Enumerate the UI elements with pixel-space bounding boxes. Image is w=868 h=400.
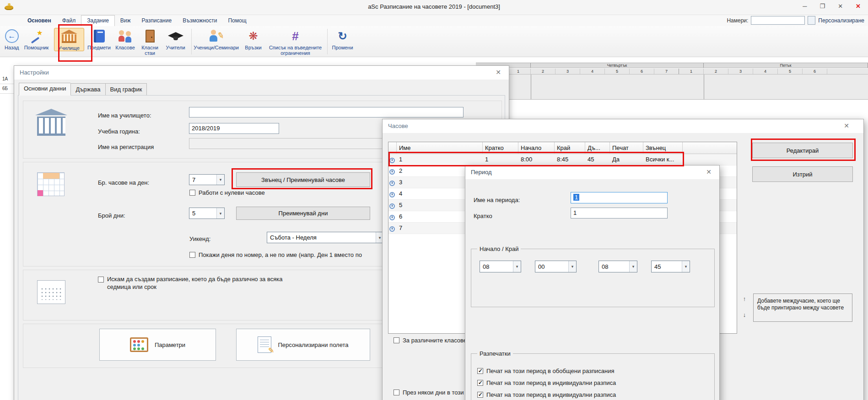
parameters-button[interactable]: Параметри: [99, 329, 216, 361]
toolbar-label: Назад: [5, 45, 19, 50]
hours-per-day-select[interactable]: 7: [189, 174, 225, 185]
find-dropdown-icon[interactable]: [808, 16, 815, 25]
period-close-icon[interactable]: ✕: [704, 168, 714, 176]
settings-close-icon[interactable]: ✕: [493, 69, 503, 76]
hours-per-day-label: Бр. часове на ден:: [98, 179, 149, 186]
start-end-group: [471, 249, 715, 307]
tab-country[interactable]: Държава: [70, 83, 105, 96]
some-days-checkbox[interactable]: [394, 389, 399, 395]
menu-tab-fail[interactable]: Файл: [57, 16, 81, 26]
toolbar-students-seminars-button[interactable]: ✎ Ученици/Семинари: [194, 28, 239, 50]
period-cell: 2: [704, 69, 728, 74]
menu-tab-vazmozhnosti[interactable]: Възможности: [177, 16, 222, 26]
period-cell: 3: [728, 69, 753, 74]
find-input[interactable]: [751, 16, 805, 25]
tab-basic-data[interactable]: Основни данни: [19, 83, 70, 96]
header-name[interactable]: Име: [397, 142, 483, 154]
toolbar-separator: [191, 29, 192, 54]
grid-line: [704, 75, 704, 99]
days-count-select[interactable]: 5: [189, 208, 225, 219]
custom-fields-button[interactable]: ✎ Персонализирани полета: [236, 329, 370, 361]
toolbar-label: Училище: [58, 45, 79, 51]
personalize-link[interactable]: Персонализиране: [818, 17, 864, 24]
toolbar-classes-button[interactable]: Класове: [114, 28, 136, 50]
period-row-1[interactable]: 1 1 8:00 8:45 45 Да Всички к...: [388, 154, 737, 165]
settings-dialog-titlebar[interactable]: Настройки ✕: [14, 66, 509, 80]
back-icon: ←: [5, 29, 19, 43]
chevron-down-icon: [682, 261, 690, 272]
titlebar[interactable]: aSc Разписание на часовете 2019 - [docum…: [0, 0, 868, 15]
different-classes-checkbox[interactable]: [394, 337, 399, 343]
toolbar-links-button[interactable]: ❋ Връзки: [242, 28, 265, 50]
restore-button[interactable]: ❐: [820, 3, 825, 10]
move-up-button[interactable]: ↑: [740, 294, 749, 304]
timetable-grid-icon: [37, 172, 65, 196]
header-cell: [388, 142, 397, 154]
header-duration[interactable]: Дъ...: [585, 142, 610, 154]
header-cell: [683, 142, 737, 154]
close-app-icon[interactable]: ✕: [856, 3, 861, 10]
period-cell: 6: [803, 69, 827, 74]
print-individual-label: Печат на този период в индивидуални разп…: [486, 379, 616, 386]
clock-icon: [389, 181, 395, 186]
menu-tab-pomosht[interactable]: Помощ: [222, 16, 252, 26]
window-title: aSc Разписание на часовете 2019 - [docum…: [0, 0, 868, 15]
weekly-schedule-checkbox[interactable]: [98, 277, 104, 283]
periods-dialog-titlebar[interactable]: Часове ✕: [383, 119, 863, 133]
menu-tab-zadanie[interactable]: Задание: [81, 15, 115, 26]
period-name-input[interactable]: 1: [571, 192, 668, 203]
header-start[interactable]: Начало: [518, 142, 555, 154]
period-short-input[interactable]: 1: [571, 208, 668, 219]
header-end[interactable]: Край: [555, 142, 585, 154]
move-down-button[interactable]: ↓: [740, 310, 749, 320]
header-short[interactable]: Кратко: [483, 142, 518, 154]
school-name-input[interactable]: [189, 107, 464, 117]
toolbar: ← Назад ★ Помощник Училище Предмети Клас…: [0, 26, 868, 57]
menu-tab-razpisanie[interactable]: Разписание: [136, 16, 178, 26]
toolbar-classrooms-button[interactable]: Класни стаи: [139, 28, 161, 56]
toolbar-teachers-button[interactable]: Учители: [164, 28, 188, 50]
print-summary-checkbox[interactable]: [477, 368, 483, 374]
menu-tab-osnoven[interactable]: Основен: [22, 16, 57, 26]
delete-period-button[interactable]: Изтрий: [752, 166, 853, 182]
toolbar-subjects-button[interactable]: Предмети: [87, 28, 112, 50]
start-minute-select[interactable]: 00: [535, 261, 577, 272]
day-number-checkbox[interactable]: [189, 252, 195, 258]
tab-schedule-type[interactable]: Вид график: [105, 83, 147, 96]
period-dialog-titlebar[interactable]: Период ✕: [465, 165, 719, 179]
edit-period-button[interactable]: Редактирай: [752, 143, 853, 158]
print-individual-checkbox[interactable]: [477, 380, 483, 386]
weekend-select[interactable]: Събота - Неделя: [267, 232, 384, 243]
end-hour-select[interactable]: 08: [598, 261, 637, 272]
close-document-button[interactable]: ✕: [838, 3, 843, 10]
zero-hours-checkbox[interactable]: [189, 190, 195, 196]
header-print[interactable]: Печат: [610, 142, 643, 154]
clock-icon: [389, 203, 395, 209]
periods-close-icon[interactable]: ✕: [841, 122, 852, 129]
start-hour-select[interactable]: 08: [480, 261, 521, 272]
chevron-down-icon: [629, 261, 637, 272]
graduation-cap-icon: [168, 30, 183, 43]
bell-rename-hours-button[interactable]: Звънец / Преименувай часове: [236, 172, 370, 187]
chevron-down-icon: [216, 175, 224, 185]
print-individual-2-checkbox[interactable]: [477, 392, 483, 398]
toolbar-wizard-button[interactable]: ★ Помощник: [22, 28, 51, 50]
header-bell[interactable]: Звънец: [643, 142, 683, 154]
toolbar-back-button[interactable]: ← Назад: [5, 28, 19, 50]
minimize-button[interactable]: ─: [803, 3, 807, 10]
toolbar-changes-button[interactable]: ↻ Промени: [329, 28, 356, 50]
period-cell: 1: [506, 69, 531, 74]
school-year-input[interactable]: 2018/2019: [189, 123, 279, 134]
menu-tab-vizh[interactable]: Виж: [115, 16, 136, 26]
toolbar-school-button[interactable]: Училище: [54, 28, 84, 51]
day-header-band: Четвъртък Петък: [476, 63, 868, 68]
chevron-down-icon: [568, 261, 576, 272]
rename-days-button[interactable]: Преименувай дни: [236, 207, 370, 220]
toolbar-constraints-button[interactable]: # Списък на въведените ограничения: [268, 28, 323, 56]
chevron-down-icon: [513, 261, 521, 272]
toolbar-label: Промени: [332, 45, 353, 50]
days-count-label: Брой дни:: [98, 212, 125, 219]
class-row-label: 1А: [0, 75, 14, 84]
end-minute-select[interactable]: 45: [651, 261, 690, 272]
period-dialog: Период ✕ Име на периода: 1 Кратко 1 Нача…: [465, 165, 720, 400]
